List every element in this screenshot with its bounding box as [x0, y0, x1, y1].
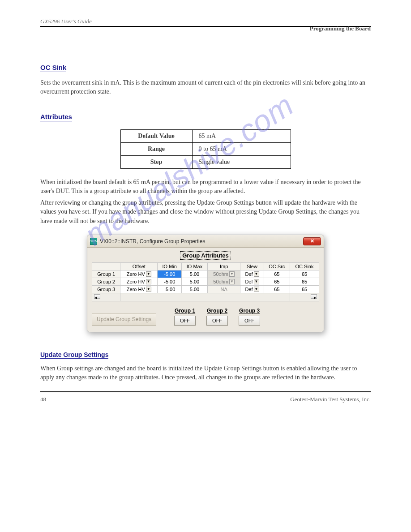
offset-cell[interactable]: Zero HV▼: [120, 270, 158, 278]
ocsrc-cell[interactable]: 65: [264, 278, 290, 286]
attr-value: 0 to 65 mA: [192, 142, 291, 155]
offset-cell[interactable]: Zero HV▼: [120, 278, 158, 286]
panel-title: Group Attributes: [180, 251, 231, 260]
finish-note: After reviewing or changing the group at…: [40, 198, 371, 226]
footer-company: Geotest-Marvin Test Systems, Inc.: [290, 396, 371, 403]
slew-cell[interactable]: Def▼: [240, 270, 264, 278]
chevron-down-icon: ▼: [229, 279, 235, 284]
default-note: When initialized the board default is 65…: [40, 178, 371, 196]
imp-cell: 50ohm▼: [207, 278, 240, 286]
chevron-down-icon[interactable]: ▼: [146, 287, 151, 292]
row-name: Group 2: [92, 278, 120, 286]
col-blank: [92, 263, 120, 270]
running-header-left: GX5296 User's Guide: [40, 18, 371, 25]
iomin-cell[interactable]: -5.00: [158, 278, 182, 286]
group-attributes-grid[interactable]: Offset IO Min IO Max Imp Slew OC Src OC …: [92, 262, 319, 301]
group2-off-button[interactable]: OFF: [206, 316, 228, 326]
dialog-titlebar: GRM VXI0::2::INSTR, Configure Group Prop…: [87, 235, 324, 248]
iomin-cell[interactable]: -5.00: [158, 270, 182, 278]
ocsrc-cell[interactable]: 65: [264, 286, 290, 293]
heading-update-group-settings: Update Group Settings: [40, 351, 108, 359]
col-ocsrc: OC Src: [264, 263, 290, 270]
heading-attributes: Attributes: [40, 113, 72, 121]
col-offset: Offset: [120, 263, 158, 270]
row-name: Group 3: [92, 286, 120, 293]
running-header-right: Programming the Board: [40, 25, 371, 32]
chevron-down-icon: ▼: [229, 271, 235, 277]
grid-scrollbar[interactable]: ◂ ▸: [92, 293, 319, 301]
attributes-table: Default Value 65 mA Range 0 to 65 mA Ste…: [120, 129, 291, 169]
scroll-right-icon[interactable]: ▸: [311, 294, 317, 299]
chevron-down-icon[interactable]: ▼: [254, 287, 259, 292]
offset-cell[interactable]: Zero HV▼: [120, 286, 158, 293]
close-button[interactable]: ✕: [303, 237, 321, 245]
col-ocsink: OC Sink: [290, 263, 319, 270]
ocsink-cell[interactable]: 65: [290, 278, 319, 286]
attr-label: Default Value: [120, 129, 192, 142]
footer-rule: [40, 391, 371, 392]
heading-oc-sink: OC Sink: [40, 64, 66, 72]
ocsink-cell[interactable]: 65: [290, 270, 319, 278]
slew-cell[interactable]: Def▼: [240, 278, 264, 286]
chevron-down-icon[interactable]: ▼: [146, 279, 151, 284]
update-group-description: When Group settings are changed and the …: [40, 364, 371, 382]
oc-sink-description: Sets the overcurrent sink in mA. This is…: [40, 78, 371, 97]
group3-toggle: Group 3 OFF: [239, 308, 260, 326]
toggle-label: Group 2: [206, 308, 228, 314]
col-iomax: IO Max: [182, 263, 208, 270]
group2-toggle: Group 2 OFF: [206, 308, 228, 326]
group1-off-button[interactable]: OFF: [174, 316, 196, 326]
grid-row: Group 3 Zero HV▼ -5.00 5.00 NA Def▼ 65 6…: [92, 286, 319, 293]
col-imp: Imp: [207, 263, 240, 270]
table-row: Range 0 to 65 mA: [120, 142, 291, 155]
slew-cell[interactable]: Def▼: [240, 286, 264, 293]
iomax-cell[interactable]: 5.00: [182, 286, 208, 293]
attr-label: Range: [120, 142, 192, 155]
app-icon: GRM: [90, 238, 97, 245]
row-name: Group 1: [92, 270, 120, 278]
grid-row: Group 1 Zero HV▼ -5.00 5.00 50ohm▼ Def▼ …: [92, 270, 319, 278]
imp-cell: 50ohm▼: [207, 270, 240, 278]
ocsink-cell[interactable]: 65: [290, 286, 319, 293]
iomax-cell[interactable]: 5.00: [182, 270, 208, 278]
ocsrc-cell[interactable]: 65: [264, 270, 290, 278]
dialog-title: VXI0::2::INSTR, Configure Group Properti…: [100, 238, 300, 245]
group1-toggle: Group 1 OFF: [174, 308, 196, 326]
chevron-down-icon[interactable]: ▼: [254, 279, 259, 284]
attr-value: 65 mA: [192, 129, 291, 142]
iomax-cell[interactable]: 5.00: [182, 278, 208, 286]
scroll-left-icon[interactable]: ◂: [94, 294, 100, 299]
watermark: manualshive.com: [78, 87, 300, 253]
toggle-label: Group 3: [239, 308, 260, 314]
attr-label: Step: [120, 155, 192, 168]
grid-row: Group 2 Zero HV▼ -5.00 5.00 50ohm▼ Def▼ …: [92, 278, 319, 286]
attr-value: Single value: [192, 155, 291, 168]
group3-off-button[interactable]: OFF: [239, 316, 260, 326]
grid-header-row: Offset IO Min IO Max Imp Slew OC Src OC …: [92, 263, 319, 270]
imp-cell: NA: [207, 286, 240, 293]
configure-group-dialog: GRM VXI0::2::INSTR, Configure Group Prop…: [87, 235, 324, 332]
col-iomin: IO Min: [158, 263, 182, 270]
table-row: Step Single value: [120, 155, 291, 168]
update-group-settings-button[interactable]: Update Group Settings: [92, 313, 156, 326]
toggle-label: Group 1: [174, 308, 196, 314]
chevron-down-icon[interactable]: ▼: [146, 271, 151, 277]
table-row: Default Value 65 mA: [120, 129, 291, 142]
iomin-cell[interactable]: -5.00: [158, 286, 182, 293]
col-slew: Slew: [240, 263, 264, 270]
chevron-down-icon[interactable]: ▼: [254, 271, 259, 277]
page-number: 48: [40, 396, 46, 403]
